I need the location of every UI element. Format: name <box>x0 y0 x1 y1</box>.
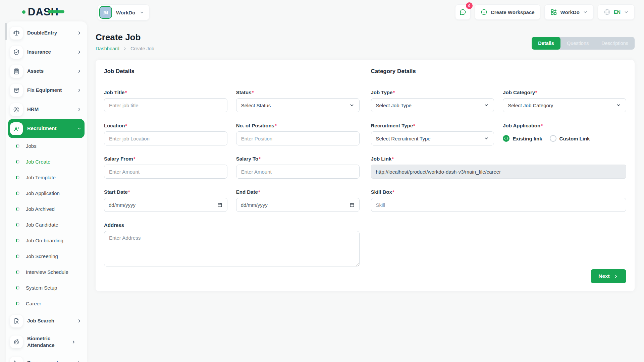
breadcrumb-dashboard-link[interactable]: Dashboard <box>96 46 119 51</box>
submenu-item-system-setup[interactable]: System Setup <box>8 280 85 296</box>
calendar-icon[interactable] <box>349 202 355 208</box>
submenu-item-job-onboarding[interactable]: Job On-boarding <box>8 233 85 248</box>
sidebar-item-assets[interactable]: Assets <box>8 62 85 81</box>
shield-check-icon <box>10 46 23 59</box>
chevron-right-icon <box>123 47 127 51</box>
grid-plus-icon <box>550 8 557 16</box>
submenu-item-career[interactable]: Career <box>8 296 85 311</box>
job-type-select[interactable]: Select Job Type <box>371 98 494 112</box>
bullet-icon <box>16 191 19 195</box>
dash-logo[interactable]: DASH <box>22 7 59 17</box>
percent-document-icon <box>10 357 23 362</box>
chevron-down-icon <box>616 103 621 108</box>
sidebar-item-procurement[interactable]: Procurement <box>8 353 85 362</box>
tab-questions[interactable]: Questions <box>560 37 595 50</box>
calendar-icon[interactable] <box>217 202 223 208</box>
positions-input[interactable] <box>236 131 360 145</box>
sidebar-item-job-search[interactable]: Job Search <box>8 311 85 330</box>
messages-button[interactable]: 0 <box>455 4 471 20</box>
sidebar: DoubleEntry Insurance Assets <box>6 21 87 362</box>
chat-bubble-icon <box>459 8 467 16</box>
bullet-icon <box>16 176 19 179</box>
job-title-input[interactable] <box>104 98 227 112</box>
salary-to-label: Salary To <box>236 156 261 162</box>
sidebar-item-recruitment[interactable]: Recruitment <box>8 119 85 138</box>
skill-box-label: Skill Box <box>371 189 394 195</box>
fingerprint-icon <box>10 336 23 348</box>
submenu-item-job-application[interactable]: Job Application <box>8 185 85 201</box>
chevron-down-icon <box>583 9 588 15</box>
chevron-right-icon <box>77 31 82 36</box>
job-title-label: Job Title <box>104 89 127 95</box>
form-step-tabs: Details Questions Descriptions <box>532 37 635 50</box>
recruitment-type-select[interactable]: Select Recruitment Type <box>371 131 494 145</box>
sidebar-item-doubleentry[interactable]: DoubleEntry <box>8 23 85 43</box>
bullet-icon <box>16 207 19 211</box>
location-input[interactable] <box>104 131 227 145</box>
breadcrumb-current: Create Job <box>130 46 154 51</box>
end-date-input[interactable]: dd/mm/yyyy <box>236 198 360 212</box>
apps-menu-label: WorkDo <box>560 9 580 15</box>
chevron-right-icon <box>77 318 82 323</box>
tab-descriptions[interactable]: Descriptions <box>595 37 635 50</box>
create-job-card: Job Details Job Title Status Select Stat… <box>96 60 635 291</box>
chevron-right-icon <box>77 360 82 362</box>
submenu-item-job-create[interactable]: Job Create <box>8 154 85 170</box>
start-date-input[interactable]: dd/mm/yyyy <box>104 198 227 212</box>
radio-selected-icon <box>503 135 509 142</box>
end-date-label: End Date <box>236 189 260 195</box>
sidebar-scrollbar[interactable] <box>5 23 7 40</box>
skill-input[interactable] <box>371 198 627 212</box>
submenu-item-job-template[interactable]: Job Template <box>8 170 85 185</box>
section-title-category-details: Category Details <box>371 68 627 80</box>
messages-badge: 0 <box>466 2 473 9</box>
status-label: Status <box>236 89 254 95</box>
salary-to-input[interactable] <box>236 165 360 179</box>
job-type-label: Job Type <box>371 89 395 95</box>
top-bar: DASH WorkDo 0 Create W <box>0 0 644 24</box>
bullet-icon <box>16 223 19 227</box>
submenu-item-job-archived[interactable]: Job Archived <box>8 201 85 217</box>
workspace-switcher[interactable]: WorkDo <box>97 4 150 20</box>
submenu-item-job-candidate[interactable]: Job Candidate <box>8 217 85 233</box>
chevron-down-icon <box>484 136 489 141</box>
create-workspace-button[interactable]: Create Workspace <box>475 4 540 20</box>
chevron-down-icon <box>77 126 82 131</box>
job-category-select[interactable]: Select Job Category <box>503 98 626 112</box>
bullet-icon <box>16 286 19 290</box>
logo-bar <box>48 10 64 13</box>
sidebar-item-fix-equipment[interactable]: Fix Equipment <box>8 81 85 100</box>
submenu-item-job-screening[interactable]: Job Screening <box>8 248 85 264</box>
sidebar-item-biometric-attendance[interactable]: Biometric Attendance <box>8 330 85 353</box>
submenu-item-interview-schedule[interactable]: Interview Schedule <box>8 264 85 280</box>
sidebar-item-insurance[interactable]: Insurance <box>8 43 85 62</box>
main-content: Create Job Dashboard Create Job Details … <box>96 32 635 291</box>
radio-existing-link[interactable]: Existing link <box>503 135 542 142</box>
chevron-down-icon <box>349 103 355 108</box>
tab-details[interactable]: Details <box>532 37 560 50</box>
language-selector[interactable]: EN <box>598 4 635 20</box>
apps-menu-button[interactable]: WorkDo <box>544 4 594 20</box>
job-link-input <box>371 165 627 179</box>
bullet-icon <box>16 254 19 258</box>
next-button[interactable]: Next <box>591 269 626 283</box>
bullet-icon <box>16 239 19 242</box>
chevron-down-icon <box>139 10 145 15</box>
submenu-item-jobs[interactable]: Jobs <box>8 138 85 154</box>
globe-icon <box>603 8 611 16</box>
salary-from-input[interactable] <box>104 165 227 179</box>
address-textarea[interactable] <box>104 231 360 266</box>
radio-custom-link[interactable]: Custom Link <box>550 135 590 142</box>
job-details-section: Job Details Job Title Status Select Stat… <box>104 68 360 268</box>
plus-circle-icon <box>480 8 488 16</box>
page-title: Create Job <box>96 32 154 43</box>
scales-icon <box>10 27 23 40</box>
job-link-label: Job Link <box>371 156 394 162</box>
status-select[interactable]: Select Status <box>236 98 360 112</box>
chevron-right-icon <box>71 340 76 345</box>
sidebar-item-hrm[interactable]: HRM <box>8 100 85 119</box>
salary-from-label: Salary From <box>104 156 136 162</box>
chevron-down-icon <box>624 9 629 15</box>
chevron-right-icon <box>77 88 82 93</box>
language-label: EN <box>614 9 621 15</box>
